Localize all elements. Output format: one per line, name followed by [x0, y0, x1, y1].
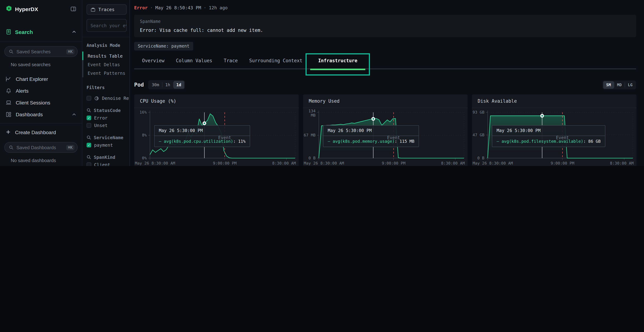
analysis-option-event-patterns[interactable]: Event Patterns: [82, 69, 130, 77]
laptop-icon: [6, 100, 12, 105]
tab-trace[interactable]: Trace: [218, 52, 244, 69]
event-detail-drawer: Error · May 26 8:50:43 PM · 12h ago Span…: [130, 0, 644, 166]
tab-label: Overview: [142, 58, 164, 63]
pod-size-option-md[interactable]: MD: [614, 81, 625, 88]
checkbox-checked[interactable]: ✓: [86, 143, 91, 148]
pod-cpu-chart-title: CPU Usage (%): [134, 94, 299, 108]
separator-dot: ·: [150, 5, 153, 10]
hyperdx-logo-icon: [6, 6, 12, 12]
tooltip-metric: — avg(k8s.pod.filesystem.available): [496, 139, 583, 144]
tooltip-metric-value: : 11%: [233, 139, 246, 144]
checkbox-checked[interactable]: ✓: [86, 116, 91, 120]
tab-surrounding-context[interactable]: Surrounding Context: [244, 52, 308, 69]
saved-dashboards-placeholder: Saved Dashboards: [16, 145, 63, 150]
app-root: HyperDX Search Saved Searches ⌘K No save…: [0, 0, 644, 166]
filter-group-spankind: SpanKind: [82, 153, 130, 161]
filter-option[interactable]: ✓Error: [82, 114, 130, 122]
filter-group-name: SpanKind: [94, 154, 115, 160]
tooltip-metric-value: : 115 MB: [395, 139, 414, 144]
pod-section-header: Pod 30m1h1d SMMDLG: [134, 80, 636, 90]
pod-range-option-1h[interactable]: 1h: [162, 81, 173, 89]
search-icon: [86, 135, 91, 140]
tooltip-metric-value: : 86 GB: [583, 139, 601, 144]
pod-size-segmented: SMMDLG: [603, 80, 636, 89]
analysis-option-results-table[interactable]: Results Table: [82, 52, 130, 60]
filter-option[interactable]: Unset: [82, 122, 130, 129]
analysis-option-event-deltas[interactable]: Event Deltas: [82, 60, 130, 69]
active-tab-underline: [310, 68, 365, 70]
pod-section-title: Pod: [134, 82, 144, 88]
chevron-up-icon: [72, 112, 76, 116]
source-label: Traces: [98, 7, 114, 12]
svg-text:May 26 8:30:00 AM: May 26 8:30:00 AM: [472, 161, 513, 166]
tab-column-values[interactable]: Column Values: [170, 52, 218, 69]
chevron-up-icon[interactable]: [72, 30, 76, 34]
pod-range-option-30m[interactable]: 30m: [149, 81, 162, 89]
checkbox[interactable]: [86, 123, 91, 128]
pod-range-option-1d[interactable]: 1d: [173, 81, 184, 89]
saved-searches-input[interactable]: Saved Searches ⌘K: [4, 46, 78, 57]
pod-size-option-sm[interactable]: SM: [604, 81, 614, 88]
tooltip-value: — avg(k8s.pod.cpu.utilization): 11%: [154, 136, 250, 147]
sidebar: HyperDX Search Saved Searches ⌘K No save…: [0, 0, 82, 166]
sidebar-item-search[interactable]: Search: [0, 26, 82, 37]
pod-disk-chart-title: Disk Available: [472, 94, 636, 108]
sidebar-item-chart-explorer[interactable]: Chart Explorer: [0, 73, 82, 85]
svg-text:May 26 8:30:00 AM: May 26 8:30:00 AM: [304, 161, 344, 166]
sidebar-item-label: Alerts: [16, 88, 28, 94]
svg-text:0 B: 0 B: [477, 156, 484, 160]
pod-charts-row: CPU Usage (%)16%8%0%May 26 8:30:00 AM9:0…: [134, 94, 636, 166]
filter-option-label: payment: [94, 142, 113, 148]
tooltip-metric: — avg(k8s.pod.cpu.utilization): [159, 139, 233, 144]
tab-label: Infrastructure: [318, 58, 357, 63]
pod-size-control: SMMDLG: [603, 80, 636, 89]
svg-text:47 GB: 47 GB: [472, 133, 484, 137]
sidebar-item-label: Client Sessions: [16, 100, 50, 105]
tab-infrastructure[interactable]: Infrastructure: [308, 52, 367, 69]
create-dashboard-button[interactable]: Create Dashboard: [0, 127, 82, 138]
filter-group-statuscode: StatusCode: [82, 106, 130, 114]
filter-option[interactable]: ✓payment: [82, 141, 130, 149]
tooltip-metric: — avg(k8s.pod.memory.usage): [328, 139, 395, 144]
filter-group-name: ServiceName: [94, 135, 124, 140]
shortcut-hint: ⌘K: [66, 145, 74, 150]
saved-searches-placeholder: Saved Searches: [16, 49, 63, 54]
traces-box-icon: [90, 7, 96, 12]
pod-cpu-chart-card: CPU Usage (%)16%8%0%May 26 8:30:00 AM9:0…: [134, 94, 299, 166]
status-badge: Error: [134, 5, 148, 10]
search-filter-panel: Traces Search your ev Analysis Mode Resu…: [82, 0, 130, 166]
filter-option-label: Unset: [94, 123, 108, 128]
event-age: 12h ago: [209, 5, 228, 10]
span-name-label: SpanName: [140, 19, 630, 24]
pod-range-segmented: 30m1h1d: [148, 80, 185, 90]
event-timestamp: May 26 8:50:43 PM: [155, 5, 201, 10]
service-name-chip[interactable]: ServiceName: payment: [134, 42, 193, 50]
span-name-value: Error: Visa cache full: cannot add new i…: [140, 28, 630, 33]
filter-option[interactable]: Client: [82, 161, 130, 166]
svg-text:93 GB: 93 GB: [472, 110, 484, 114]
svg-text:134MB: 134MB: [308, 109, 316, 118]
separator-dot: ·: [204, 5, 206, 10]
sidebar-item-client-sessions[interactable]: Client Sessions: [0, 96, 82, 108]
segment-divider: [614, 82, 614, 87]
sidebar-item-dashboards[interactable]: Dashboards: [0, 108, 82, 120]
grid-icon: [6, 112, 12, 117]
saved-dashboards-input[interactable]: Saved Dashboards ⌘K: [4, 142, 78, 153]
denoise-checkbox[interactable]: [86, 96, 91, 100]
tab-label: Surrounding Context: [249, 58, 302, 63]
event-search-input[interactable]: Search your ev: [86, 19, 127, 32]
pod-size-option-lg[interactable]: LG: [625, 81, 636, 88]
denoise-toggle[interactable]: Denoise Re: [82, 94, 130, 102]
svg-text:0%: 0%: [142, 156, 147, 160]
denoise-icon: [94, 96, 99, 101]
sidebar-collapse-icon[interactable]: [70, 6, 76, 12]
search-icon: [9, 145, 14, 150]
svg-text:67 MB: 67 MB: [304, 133, 316, 138]
no-saved-searches-text: No saved searches: [11, 62, 82, 67]
checkbox[interactable]: [86, 162, 91, 166]
source-select[interactable]: Traces: [86, 4, 127, 15]
sidebar-item-alerts[interactable]: Alerts: [0, 85, 82, 96]
filter-option-label: Error: [94, 115, 108, 120]
chart-icon: [6, 76, 12, 82]
tab-overview[interactable]: Overview: [136, 52, 170, 69]
